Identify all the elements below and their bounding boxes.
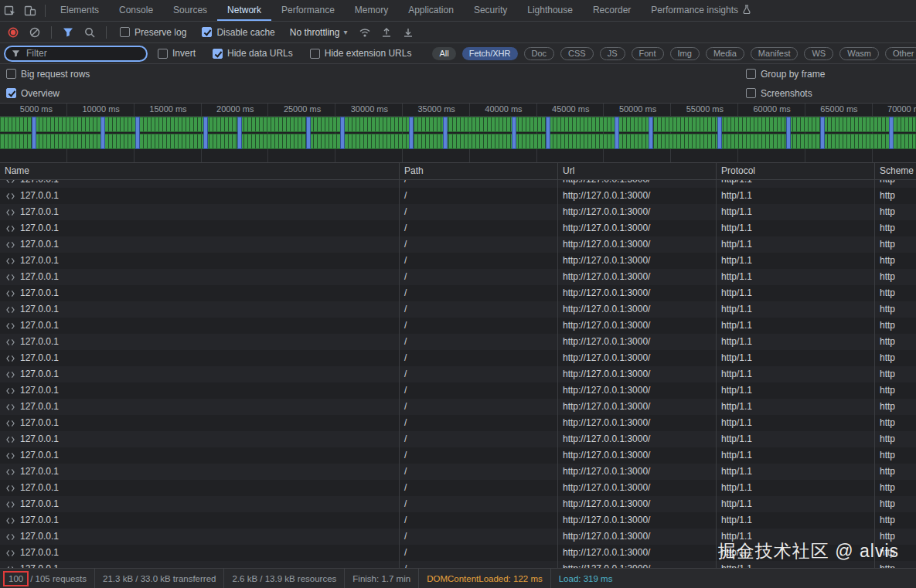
request-name: 127.0.0.1 — [20, 318, 59, 334]
checkbox-box — [6, 69, 16, 79]
cell-path: / — [400, 180, 558, 188]
tab-performance[interactable]: Performance — [271, 0, 345, 21]
request-row[interactable]: 127.0.0.1/http://127.0.0.1:3000/http/1.1… — [0, 236, 916, 253]
column-header-path[interactable]: Path — [400, 163, 558, 179]
group-by-frame-label: Group by frame — [761, 69, 825, 80]
request-row[interactable]: 127.0.0.1/http://127.0.0.1:3000/http/1.1… — [0, 180, 916, 188]
request-row[interactable]: 127.0.0.1/http://127.0.0.1:3000/http/1.1… — [0, 545, 916, 561]
request-row[interactable]: 127.0.0.1/http://127.0.0.1:3000/http/1.1… — [0, 415, 916, 431]
search-icon[interactable] — [80, 27, 100, 38]
column-header-scheme[interactable]: Scheme — [875, 163, 916, 179]
filter-pill-doc[interactable]: Doc — [524, 47, 555, 60]
status-bar: 100 / 105 requests 21.3 kB / 33.0 kB tra… — [0, 568, 916, 588]
request-row[interactable]: 127.0.0.1/http://127.0.0.1:3000/http/1.1… — [0, 399, 916, 415]
disable-cache-checkbox[interactable]: Disable cache — [202, 27, 274, 38]
tab-elements[interactable]: Elements — [50, 0, 109, 21]
filter-input[interactable] — [25, 47, 125, 59]
request-row[interactable]: 127.0.0.1/http://127.0.0.1:3000/http/1.1… — [0, 366, 916, 382]
filter-pill-manifest[interactable]: Manifest — [751, 47, 799, 60]
tab-application[interactable]: Application — [398, 0, 464, 21]
import-har-icon[interactable] — [376, 27, 397, 38]
filter-toggle-icon[interactable] — [58, 27, 78, 37]
filter-pill-font[interactable]: Font — [632, 47, 664, 60]
request-row[interactable]: 127.0.0.1/http://127.0.0.1:3000/http/1.1… — [0, 382, 916, 399]
tab-performance-insights[interactable]: Performance insights — [641, 0, 761, 21]
tab-memory[interactable]: Memory — [345, 0, 398, 21]
code-icon — [5, 225, 15, 233]
tab-label: Sources — [173, 5, 207, 15]
chevron-down-icon: ▾ — [343, 28, 347, 36]
request-row[interactable]: 127.0.0.1/http://127.0.0.1:3000/http/1.1… — [0, 318, 916, 334]
overview-blue-bar — [237, 117, 242, 149]
overview-blue-bar — [546, 117, 550, 149]
request-row[interactable]: 127.0.0.1/http://127.0.0.1:3000/http/1.1… — [0, 480, 916, 496]
screenshots-checkbox[interactable]: Screenshots — [746, 88, 812, 99]
code-icon — [5, 306, 15, 314]
filter-input-box[interactable] — [4, 46, 148, 62]
cell-scheme: http — [875, 415, 916, 431]
cell-name: 127.0.0.1 — [0, 334, 400, 350]
filter-pill-fetch-xhr[interactable]: Fetch/XHR — [462, 47, 518, 60]
code-icon — [5, 274, 15, 281]
filter-pill-media[interactable]: Media — [706, 47, 744, 60]
tab-console[interactable]: Console — [109, 0, 163, 21]
cell-name: 127.0.0.1 — [0, 301, 400, 318]
tab-security[interactable]: Security — [464, 0, 517, 21]
checkbox-box — [202, 27, 212, 37]
record-button[interactable] — [3, 27, 23, 38]
overview-blue-bar — [615, 117, 619, 149]
request-row[interactable]: 127.0.0.1/http://127.0.0.1:3000/http/1.1… — [0, 529, 916, 545]
filter-pill-other[interactable]: Other — [885, 47, 916, 60]
tab-lighthouse[interactable]: Lighthouse — [517, 0, 583, 21]
filter-pill-all[interactable]: All — [432, 47, 455, 60]
overview-timeline[interactable]: 5000 ms10000 ms15000 ms20000 ms25000 ms3… — [0, 104, 916, 163]
group-by-frame-checkbox[interactable]: Group by frame — [746, 69, 825, 80]
preserve-log-checkbox[interactable]: Preserve log — [120, 27, 186, 38]
request-row[interactable]: 127.0.0.1/http://127.0.0.1:3000/http/1.1… — [0, 447, 916, 464]
request-row[interactable]: 127.0.0.1/http://127.0.0.1:3000/http/1.1… — [0, 188, 916, 204]
tab-sources[interactable]: Sources — [163, 0, 217, 21]
device-toolbar-icon[interactable] — [20, 0, 40, 21]
finish-time: Finish: 1.7 min — [345, 569, 419, 588]
tab-network[interactable]: Network — [217, 0, 271, 21]
cell-name: 127.0.0.1 — [0, 447, 400, 464]
cell-scheme: http — [875, 496, 916, 512]
filter-pill-ws[interactable]: WS — [804, 47, 833, 60]
request-row[interactable]: 127.0.0.1/http://127.0.0.1:3000/http/1.1… — [0, 496, 916, 512]
overview-blue-bar — [443, 117, 448, 149]
request-row[interactable]: 127.0.0.1/http://127.0.0.1:3000/http/1.1… — [0, 269, 916, 285]
request-row[interactable]: 127.0.0.1/http://127.0.0.1:3000/http/1.1… — [0, 350, 916, 366]
throttling-select[interactable]: No throttling ▾ — [290, 27, 348, 38]
panel-tabs: ElementsConsoleSourcesNetworkPerformance… — [50, 0, 761, 21]
export-har-icon[interactable] — [398, 27, 418, 38]
column-header-url[interactable]: Url — [558, 163, 717, 179]
request-row[interactable]: 127.0.0.1/http://127.0.0.1:3000/http/1.1… — [0, 285, 916, 301]
cell-path: / — [400, 204, 558, 220]
request-row[interactable]: 127.0.0.1/http://127.0.0.1:3000/http/1.1… — [0, 512, 916, 529]
request-row[interactable]: 127.0.0.1/http://127.0.0.1:3000/http/1.1… — [0, 561, 916, 568]
column-header-name[interactable]: Name — [0, 163, 400, 179]
hide-extension-urls-checkbox[interactable]: Hide extension URLs — [310, 48, 412, 59]
network-conditions-icon[interactable] — [355, 27, 375, 38]
filter-pill-js[interactable]: JS — [600, 47, 625, 60]
tab-recorder[interactable]: Recorder — [583, 0, 641, 21]
inspect-icon[interactable] — [0, 0, 20, 21]
big-request-rows-checkbox[interactable]: Big request rows — [6, 69, 90, 80]
request-row[interactable]: 127.0.0.1/http://127.0.0.1:3000/http/1.1… — [0, 301, 916, 318]
filter-pill-css[interactable]: CSS — [560, 47, 594, 60]
invert-checkbox[interactable]: Invert — [158, 48, 196, 59]
cell-scheme: http — [875, 512, 916, 529]
request-row[interactable]: 127.0.0.1/http://127.0.0.1:3000/http/1.1… — [0, 334, 916, 350]
column-header-protocol[interactable]: Protocol — [717, 163, 875, 179]
request-row[interactable]: 127.0.0.1/http://127.0.0.1:3000/http/1.1… — [0, 220, 916, 236]
overview-checkbox[interactable]: Overview — [6, 88, 60, 99]
clear-button[interactable] — [25, 27, 45, 38]
request-name: 127.0.0.1 — [20, 334, 59, 350]
hide-data-urls-checkbox[interactable]: Hide data URLs — [213, 48, 293, 59]
request-row[interactable]: 127.0.0.1/http://127.0.0.1:3000/http/1.1… — [0, 431, 916, 447]
filter-pill-img[interactable]: Img — [670, 47, 700, 60]
request-row[interactable]: 127.0.0.1/http://127.0.0.1:3000/http/1.1… — [0, 204, 916, 220]
request-row[interactable]: 127.0.0.1/http://127.0.0.1:3000/http/1.1… — [0, 253, 916, 269]
request-row[interactable]: 127.0.0.1/http://127.0.0.1:3000/http/1.1… — [0, 464, 916, 480]
filter-pill-wasm[interactable]: Wasm — [839, 47, 879, 60]
